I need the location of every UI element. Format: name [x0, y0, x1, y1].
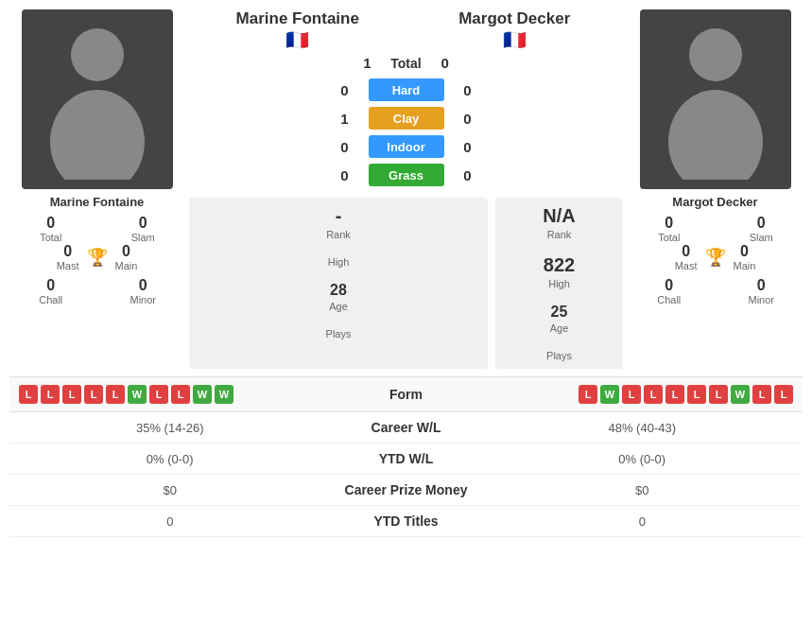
grass-row: 0 Grass 0: [331, 164, 482, 186]
right-age-value: 25: [507, 304, 612, 321]
indoor-button: Indoor: [369, 135, 444, 158]
left-minor-label: Minor: [130, 294, 156, 305]
left-slam-label: Slam: [131, 232, 155, 243]
form-badge-l: L: [665, 385, 684, 404]
form-badge-w: W: [600, 385, 619, 404]
grass-left: 0: [331, 167, 359, 183]
main-container: Marine Fontaine 0 Total 0 Slam 0 Mast 🏆: [0, 0, 812, 547]
left-chall-label: Chall: [39, 294, 62, 305]
left-minor-value: 0: [139, 277, 147, 294]
left-slam-value: 0: [139, 215, 147, 232]
right-total-cell: 0 Total: [628, 215, 711, 243]
clay-left: 1: [331, 111, 359, 127]
form-badge-l: L: [579, 385, 597, 404]
left-total-value: 0: [46, 215, 55, 232]
svg-point-3: [668, 90, 763, 180]
right-center-name: Margot Decker: [406, 9, 624, 28]
form-badge-l: L: [41, 385, 60, 404]
prize-row: $0 Career Prize Money $0: [9, 475, 803, 506]
titles-right: 0: [492, 514, 794, 529]
clay-row: 1 Clay 0: [331, 107, 482, 130]
form-badge-l: L: [752, 385, 771, 404]
right-slam-label: Slam: [750, 232, 773, 243]
right-minor-label: Minor: [748, 294, 774, 305]
form-badge-w: W: [193, 385, 212, 404]
clay-button: Clay: [369, 107, 444, 130]
left-chall-cell: 0 Chall: [9, 277, 93, 305]
indoor-right: 0: [454, 139, 482, 155]
left-main-value: 0: [122, 243, 130, 260]
left-mast-cell: 0 Mast: [57, 243, 79, 271]
right-chall-label: Chall: [657, 294, 681, 305]
form-badge-l: L: [149, 385, 168, 404]
left-trophy-icon: 🏆: [87, 247, 108, 268]
hard-left: 0: [331, 82, 359, 98]
total-left-score: 1: [353, 55, 381, 71]
right-total-label: Total: [658, 232, 680, 243]
grass-right: 0: [454, 167, 482, 183]
middle-info-panels: - Rank High 28 Age Plays N/A Rank 822 Hi…: [189, 198, 623, 369]
hard-right: 0: [454, 82, 482, 98]
left-lower-stats: 0 Chall 0 Minor: [9, 277, 184, 305]
career-wl-right: 48% (40-43): [492, 421, 794, 435]
total-label: Total: [390, 56, 421, 71]
ytd-wl-label: YTD W/L: [321, 451, 492, 466]
form-badge-l: L: [622, 385, 641, 404]
form-badge-l: L: [62, 385, 81, 404]
form-badge-l: L: [19, 385, 38, 404]
left-rank-label: Rank: [200, 229, 476, 240]
top-row: Marine Fontaine 0 Total 0 Slam 0 Mast 🏆: [9, 9, 803, 369]
left-main-cell: 0 Main: [115, 243, 138, 271]
right-chall-cell: 0 Chall: [628, 277, 711, 305]
ytd-wl-right: 0% (0-0): [492, 452, 794, 466]
right-rank-value: N/A: [507, 205, 612, 227]
titles-left: 0: [19, 514, 321, 529]
right-trophy-row: 0 Mast 🏆 0 Main: [628, 243, 803, 271]
left-age-label: Age: [200, 301, 476, 312]
form-badge-l: L: [644, 385, 663, 404]
left-total-cell: 0 Total: [9, 215, 93, 243]
right-player-area: Margot Decker 0 Total 0 Slam 0 Mast 🏆: [628, 9, 803, 369]
right-mast-value: 0: [682, 243, 690, 260]
hard-button: Hard: [369, 78, 444, 101]
right-minor-value: 0: [757, 277, 766, 294]
left-rank-panel: - Rank High 28 Age Plays: [189, 198, 488, 369]
left-minor-cell: 0 Minor: [102, 277, 185, 305]
form-badge-l: L: [687, 385, 706, 404]
left-player-name: Marine Fontaine: [50, 195, 145, 209]
center-area: Marine Fontaine 🇫🇷 Margot Decker 🇫🇷 1 To…: [189, 9, 623, 369]
form-section: LLLLLWLLWW Form LWLLLLLWLL: [9, 376, 803, 412]
left-rank-value: -: [200, 205, 476, 227]
right-mast-cell: 0 Mast: [675, 243, 698, 271]
right-main-value: 0: [740, 243, 749, 260]
right-high-value: 822: [507, 254, 612, 276]
stats-rows: 35% (14-26) Career W/L 48% (40-43) 0% (0…: [9, 412, 803, 537]
left-mast-value: 0: [63, 243, 72, 260]
ytd-wl-row: 0% (0-0) YTD W/L 0% (0-0): [9, 444, 803, 475]
left-total-label: Total: [40, 232, 61, 243]
right-chall-value: 0: [665, 277, 673, 294]
left-main-label: Main: [115, 260, 138, 271]
right-lower-stats: 0 Chall 0 Minor: [628, 277, 803, 305]
right-high-label: High: [507, 278, 612, 289]
right-rank-label: Rank: [507, 229, 612, 240]
form-badge-w: W: [731, 385, 750, 404]
indoor-left: 0: [331, 139, 359, 155]
clay-right: 0: [454, 111, 482, 127]
left-chall-value: 0: [46, 277, 55, 294]
total-right-score: 0: [431, 55, 459, 71]
right-form-badges: LWLLLLLWLL: [579, 385, 793, 404]
career-wl-left: 35% (14-26): [19, 421, 321, 435]
form-badge-l: L: [106, 385, 125, 404]
right-plays-label: Plays: [507, 350, 612, 361]
career-wl-label: Career W/L: [321, 420, 492, 435]
right-stats-panel: N/A Rank 822 High 25 Age Plays: [495, 198, 623, 369]
prize-left: $0: [19, 483, 321, 497]
right-minor-cell: 0 Minor: [720, 277, 803, 305]
titles-row: 0 YTD Titles 0: [9, 506, 803, 537]
right-main-label: Main: [734, 260, 756, 271]
prize-label: Career Prize Money: [321, 482, 492, 497]
right-player-name: Margot Decker: [672, 195, 757, 209]
total-match-row: 1 Total 0: [353, 55, 458, 71]
left-player-avatar: [22, 9, 173, 189]
